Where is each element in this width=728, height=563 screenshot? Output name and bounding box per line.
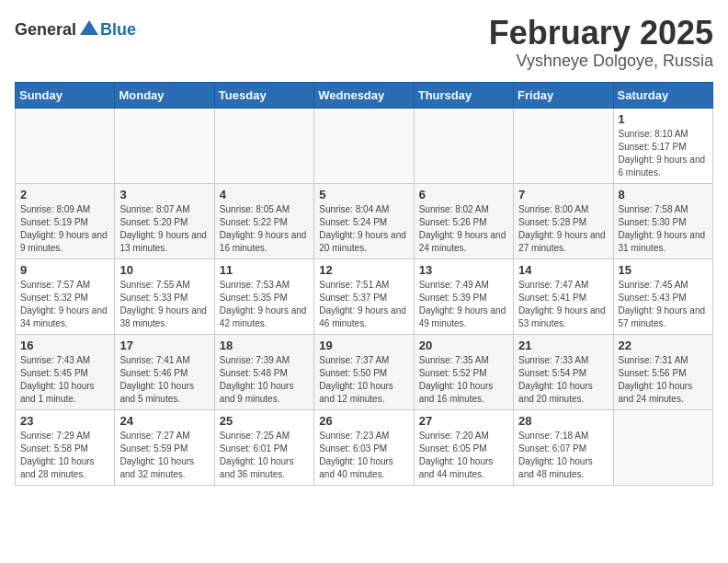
day-number: 20: [419, 339, 508, 352]
weekday-header-thursday: Thursday: [414, 82, 513, 108]
day-info: Sunrise: 7:41 AM Sunset: 5:46 PM Dayligh…: [119, 354, 209, 406]
day-info: Sunrise: 8:09 AM Sunset: 5:19 PM Dayligh…: [20, 203, 109, 255]
calendar-cell: 12Sunrise: 7:51 AM Sunset: 5:37 PM Dayli…: [314, 259, 414, 334]
calendar-cell: 6Sunrise: 8:02 AM Sunset: 5:26 PM Daylig…: [414, 183, 513, 259]
logo-icon: [78, 18, 100, 40]
calendar-cell: 23Sunrise: 7:29 AM Sunset: 5:58 PM Dayli…: [16, 409, 115, 485]
weekday-header-wednesday: Wednesday: [314, 82, 414, 108]
day-number: 28: [518, 414, 608, 428]
day-number: 26: [319, 414, 408, 428]
calendar-cell: 21Sunrise: 7:33 AM Sunset: 5:54 PM Dayli…: [514, 334, 613, 409]
day-number: 23: [20, 414, 109, 428]
day-number: 27: [419, 414, 508, 428]
day-number: 6: [419, 188, 508, 201]
calendar-cell: 24Sunrise: 7:27 AM Sunset: 5:59 PM Dayli…: [115, 409, 214, 485]
calendar-cell: 22Sunrise: 7:31 AM Sunset: 5:56 PM Dayli…: [613, 334, 712, 409]
day-number: 2: [20, 188, 109, 201]
day-number: 8: [619, 188, 708, 201]
logo-blue: Blue: [100, 20, 136, 40]
day-info: Sunrise: 7:25 AM Sunset: 6:01 PM Dayligh…: [220, 430, 309, 481]
day-info: Sunrise: 7:57 AM Sunset: 5:32 PM Dayligh…: [20, 279, 109, 330]
calendar-cell: [314, 108, 414, 183]
day-info: Sunrise: 7:33 AM Sunset: 5:54 PM Dayligh…: [518, 354, 608, 406]
calendar-cell: 3Sunrise: 8:07 AM Sunset: 5:20 PM Daylig…: [115, 183, 214, 259]
calendar-cell: [613, 409, 712, 485]
calendar-cell: 25Sunrise: 7:25 AM Sunset: 6:01 PM Dayli…: [214, 409, 313, 485]
day-number: 19: [319, 339, 408, 352]
day-number: 14: [518, 263, 608, 277]
calendar-cell: 1Sunrise: 8:10 AM Sunset: 5:17 PM Daylig…: [613, 108, 712, 183]
day-info: Sunrise: 7:45 AM Sunset: 5:43 PM Dayligh…: [619, 279, 708, 330]
calendar-cell: 4Sunrise: 8:05 AM Sunset: 5:22 PM Daylig…: [214, 183, 313, 259]
day-number: 21: [518, 339, 608, 352]
day-info: Sunrise: 7:58 AM Sunset: 5:30 PM Dayligh…: [619, 203, 708, 255]
logo: General Blue: [15, 18, 136, 40]
calendar-cell: [16, 108, 115, 183]
calendar-cell: [414, 108, 513, 183]
location-title: Vyshneye Dolgoye, Russia: [489, 52, 713, 71]
day-number: 4: [220, 188, 309, 201]
day-number: 11: [220, 263, 309, 277]
day-number: 5: [319, 188, 408, 201]
weekday-header-friday: Friday: [514, 82, 613, 108]
calendar-cell: 26Sunrise: 7:23 AM Sunset: 6:03 PM Dayli…: [314, 409, 414, 485]
day-number: 9: [20, 263, 109, 277]
day-info: Sunrise: 8:04 AM Sunset: 5:24 PM Dayligh…: [319, 203, 408, 255]
calendar-cell: 8Sunrise: 7:58 AM Sunset: 5:30 PM Daylig…: [613, 183, 712, 259]
weekday-header-row: SundayMondayTuesdayWednesdayThursdayFrid…: [16, 82, 713, 108]
day-info: Sunrise: 7:47 AM Sunset: 5:41 PM Dayligh…: [518, 279, 608, 330]
calendar-cell: 13Sunrise: 7:49 AM Sunset: 5:39 PM Dayli…: [414, 259, 513, 334]
day-info: Sunrise: 7:20 AM Sunset: 6:05 PM Dayligh…: [419, 430, 508, 481]
calendar-cell: [115, 108, 214, 183]
day-info: Sunrise: 7:49 AM Sunset: 5:39 PM Dayligh…: [419, 279, 508, 330]
calendar-cell: 28Sunrise: 7:18 AM Sunset: 6:07 PM Dayli…: [514, 409, 613, 485]
day-number: 24: [119, 414, 209, 428]
day-number: 7: [518, 188, 608, 201]
calendar-cell: 7Sunrise: 8:00 AM Sunset: 5:28 PM Daylig…: [514, 183, 613, 259]
day-info: Sunrise: 7:23 AM Sunset: 6:03 PM Dayligh…: [319, 430, 408, 481]
weekday-header-saturday: Saturday: [613, 82, 712, 108]
day-number: 18: [220, 339, 309, 352]
calendar-cell: [514, 108, 613, 183]
day-info: Sunrise: 8:05 AM Sunset: 5:22 PM Dayligh…: [220, 203, 309, 255]
calendar-cell: 2Sunrise: 8:09 AM Sunset: 5:19 PM Daylig…: [16, 183, 115, 259]
calendar-cell: 20Sunrise: 7:35 AM Sunset: 5:52 PM Dayli…: [414, 334, 513, 409]
day-number: 1: [619, 112, 708, 126]
calendar-week-row: 23Sunrise: 7:29 AM Sunset: 5:58 PM Dayli…: [16, 409, 713, 485]
calendar-cell: 5Sunrise: 8:04 AM Sunset: 5:24 PM Daylig…: [314, 183, 414, 259]
svg-marker-0: [80, 20, 98, 35]
day-info: Sunrise: 8:10 AM Sunset: 5:17 PM Dayligh…: [619, 128, 708, 179]
day-number: 13: [419, 263, 508, 277]
calendar-cell: 11Sunrise: 7:53 AM Sunset: 5:35 PM Dayli…: [214, 259, 313, 334]
calendar-table: SundayMondayTuesdayWednesdayThursdayFrid…: [15, 82, 713, 486]
calendar-cell: 17Sunrise: 7:41 AM Sunset: 5:46 PM Dayli…: [115, 334, 214, 409]
day-number: 17: [119, 339, 209, 352]
day-number: 15: [619, 263, 708, 277]
day-info: Sunrise: 7:53 AM Sunset: 5:35 PM Dayligh…: [220, 279, 309, 330]
day-info: Sunrise: 8:00 AM Sunset: 5:28 PM Dayligh…: [518, 203, 608, 255]
calendar-cell: 16Sunrise: 7:43 AM Sunset: 5:45 PM Dayli…: [16, 334, 115, 409]
day-info: Sunrise: 8:07 AM Sunset: 5:20 PM Dayligh…: [119, 203, 209, 255]
calendar-cell: [214, 108, 313, 183]
logo-general: General: [15, 20, 76, 40]
day-number: 10: [119, 263, 209, 277]
day-number: 12: [319, 263, 408, 277]
calendar-cell: 10Sunrise: 7:55 AM Sunset: 5:33 PM Dayli…: [115, 259, 214, 334]
day-info: Sunrise: 7:55 AM Sunset: 5:33 PM Dayligh…: [119, 279, 209, 330]
calendar-cell: 19Sunrise: 7:37 AM Sunset: 5:50 PM Dayli…: [314, 334, 414, 409]
day-info: Sunrise: 7:51 AM Sunset: 5:37 PM Dayligh…: [319, 279, 408, 330]
calendar-week-row: 9Sunrise: 7:57 AM Sunset: 5:32 PM Daylig…: [16, 259, 713, 334]
calendar-week-row: 1Sunrise: 8:10 AM Sunset: 5:17 PM Daylig…: [16, 108, 713, 183]
day-number: 25: [220, 414, 309, 428]
weekday-header-monday: Monday: [115, 82, 214, 108]
calendar-cell: 15Sunrise: 7:45 AM Sunset: 5:43 PM Dayli…: [613, 259, 712, 334]
weekday-header-tuesday: Tuesday: [214, 82, 313, 108]
day-info: Sunrise: 7:27 AM Sunset: 5:59 PM Dayligh…: [119, 430, 209, 481]
header: General Blue February 2025 Vyshneye Dolg…: [15, 15, 713, 71]
day-info: Sunrise: 7:39 AM Sunset: 5:48 PM Dayligh…: [220, 354, 309, 406]
day-info: Sunrise: 7:43 AM Sunset: 5:45 PM Dayligh…: [20, 354, 109, 406]
day-number: 16: [20, 339, 109, 352]
day-info: Sunrise: 7:18 AM Sunset: 6:07 PM Dayligh…: [518, 430, 608, 481]
day-info: Sunrise: 7:31 AM Sunset: 5:56 PM Dayligh…: [619, 354, 708, 406]
day-info: Sunrise: 7:29 AM Sunset: 5:58 PM Dayligh…: [20, 430, 109, 481]
